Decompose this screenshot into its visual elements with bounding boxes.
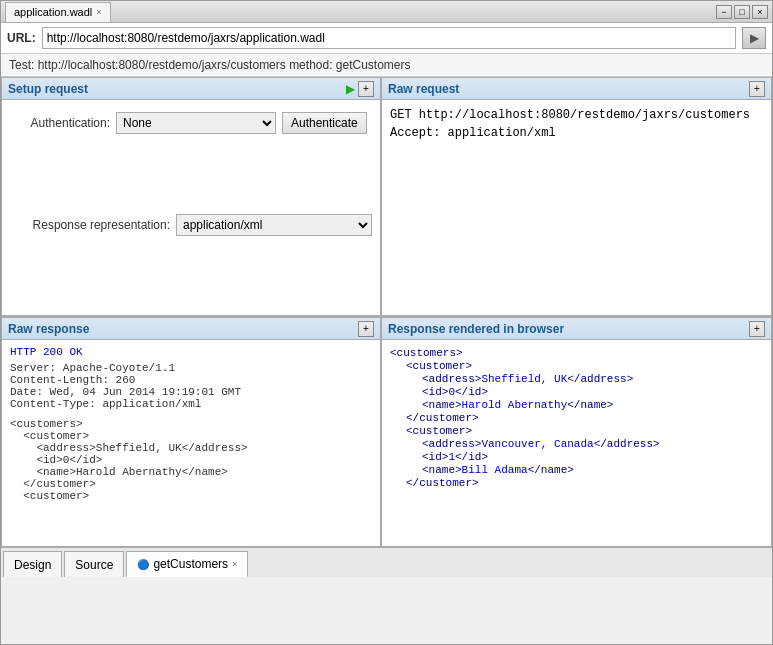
maximize-button[interactable]: □	[734, 5, 750, 19]
xml-br-address2: <address>Vancouver, Canada</address>	[390, 438, 763, 450]
http-status: HTTP 200 OK	[10, 346, 372, 358]
xml-name1: <name>Harold Abernathy</name>	[10, 466, 372, 478]
raw-request-title: Raw request	[388, 82, 459, 96]
browser-response-content: <customers> <customer> <address>Sheffiel…	[382, 340, 771, 546]
browser-response-scroll[interactable]: <customers> <customer> <address>Sheffiel…	[382, 340, 771, 546]
test-info: Test: http://localhost:8080/restdemo/jax…	[1, 54, 772, 77]
url-label: URL:	[7, 31, 36, 45]
xml-br-id1: <id>0</id>	[390, 386, 763, 398]
setup-request-icons: ▶ +	[346, 81, 374, 97]
auth-label: Authentication:	[10, 116, 110, 130]
xml-br-customer1-close: </customer>	[390, 412, 763, 424]
xml-br-customer1-open: <customer>	[390, 360, 763, 372]
tab-get-customers[interactable]: 🔵 getCustomers ×	[126, 551, 248, 577]
xml-br-customer2-close: </customer>	[390, 477, 763, 489]
raw-response-title: Raw response	[8, 322, 89, 336]
xml-br-name2: <name>Bill Adama</name>	[390, 464, 763, 476]
url-input[interactable]	[42, 27, 736, 49]
xml-customers-open: <customers>	[10, 418, 372, 430]
raw-request-body: GET http://localhost:8080/restdemo/jaxrs…	[382, 100, 771, 315]
content-length-header: Content-Length: 260	[10, 374, 372, 386]
xml-id1: <id>0</id>	[10, 454, 372, 466]
raw-request-header: Raw request +	[382, 78, 771, 100]
tab-design-label: Design	[14, 558, 51, 572]
xml-customer1-open: <customer>	[10, 430, 372, 442]
xml-br-id2: <id>1</id>	[390, 451, 763, 463]
raw-request-line1: GET http://localhost:8080/restdemo/jaxrs…	[390, 108, 763, 122]
top-panels: Setup request ▶ + Authentication: None B…	[1, 77, 772, 317]
play-icon[interactable]: ▶	[346, 82, 355, 96]
setup-request-title: Setup request	[8, 82, 88, 96]
title-tab-close[interactable]: ×	[96, 7, 101, 17]
browser-response-title: Response rendered in browser	[388, 322, 564, 336]
title-bar-left: application.wadl ×	[5, 2, 111, 22]
auth-row: Authentication: None Basic Digest OAuth …	[10, 112, 372, 134]
tab-get-customers-label: getCustomers	[153, 557, 228, 571]
bottom-panels: Raw response + HTTP 200 OK Server: Apach…	[1, 317, 772, 547]
date-header: Date: Wed, 04 Jun 2014 19:19:01 GMT	[10, 386, 372, 398]
browser-response-header: Response rendered in browser +	[382, 318, 771, 340]
server-header: Server: Apache-Coyote/1.1	[10, 362, 372, 374]
tab-get-customers-icon: 🔵	[137, 559, 149, 570]
resp-rep-row: Response representation: application/xml…	[10, 214, 372, 236]
raw-response-plus-button[interactable]: +	[358, 321, 374, 337]
browser-response-panel: Response rendered in browser + <customer…	[381, 317, 772, 547]
xml-br-customer2-open: <customer>	[390, 425, 763, 437]
raw-request-icons: +	[749, 81, 765, 97]
close-window-button[interactable]: ×	[752, 5, 768, 19]
authenticate-button[interactable]: Authenticate	[282, 112, 367, 134]
minimize-button[interactable]: −	[716, 5, 732, 19]
url-go-button[interactable]: ▶	[742, 27, 766, 49]
raw-request-panel: Raw request + GET http://localhost:8080/…	[381, 77, 772, 316]
xml-customer1-close: </customer>	[10, 478, 372, 490]
raw-request-line2: Accept: application/xml	[390, 126, 763, 140]
tab-source[interactable]: Source	[64, 551, 124, 577]
raw-response-icons: +	[358, 321, 374, 337]
resp-rep-label: Response representation:	[10, 218, 170, 232]
setup-request-panel: Setup request ▶ + Authentication: None B…	[1, 77, 381, 316]
raw-response-header: Raw response +	[2, 318, 380, 340]
url-bar: URL: ▶	[1, 23, 772, 54]
auth-select[interactable]: None Basic Digest OAuth	[116, 112, 276, 134]
raw-request-plus-button[interactable]: +	[749, 81, 765, 97]
xml-address1: <address>Sheffield, UK</address>	[10, 442, 372, 454]
setup-content: Authentication: None Basic Digest OAuth …	[2, 100, 380, 258]
tab-get-customers-close[interactable]: ×	[232, 559, 237, 569]
title-tab[interactable]: application.wadl ×	[5, 2, 111, 22]
tab-source-label: Source	[75, 558, 113, 572]
raw-response-content: HTTP 200 OK Server: Apache-Coyote/1.1 Co…	[2, 340, 380, 546]
setup-request-header: Setup request ▶ +	[2, 78, 380, 100]
xml-br-name1: <name>Harold Abernathy</name>	[390, 399, 763, 411]
resp-rep-select[interactable]: application/xml application/json text/pl…	[176, 214, 372, 236]
content-type-header: Content-Type: application/xml	[10, 398, 372, 410]
xml-customer2-open: <customer>	[10, 490, 372, 502]
raw-response-panel: Raw response + HTTP 200 OK Server: Apach…	[1, 317, 381, 547]
tab-design[interactable]: Design	[3, 551, 62, 577]
browser-response-icons: +	[749, 321, 765, 337]
setup-plus-button[interactable]: +	[358, 81, 374, 97]
xml-br-customers-open: <customers>	[390, 347, 763, 359]
xml-br-address1: <address>Sheffield, UK</address>	[390, 373, 763, 385]
title-bar: application.wadl × − □ ×	[1, 1, 772, 23]
title-bar-controls: − □ ×	[716, 5, 768, 19]
bottom-tab-bar: Design Source 🔵 getCustomers ×	[1, 547, 772, 577]
raw-response-scroll[interactable]: HTTP 200 OK Server: Apache-Coyote/1.1 Co…	[2, 340, 380, 546]
setup-request-body: Authentication: None Basic Digest OAuth …	[2, 100, 380, 315]
title-tab-label: application.wadl	[14, 6, 92, 18]
browser-response-plus-button[interactable]: +	[749, 321, 765, 337]
